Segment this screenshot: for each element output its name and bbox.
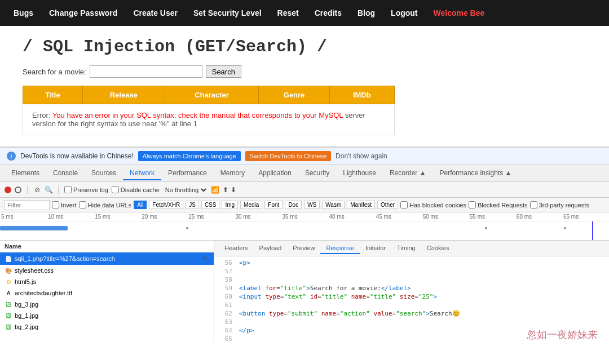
resp-tab-preview[interactable]: Preview xyxy=(287,243,320,254)
tl-label-3: 20 ms xyxy=(140,214,187,220)
file-item-sqli[interactable]: 📄 sqli_1.php?title=%27&action=search ✕ xyxy=(0,252,214,265)
filter-all[interactable]: All xyxy=(134,201,147,209)
filter-ws[interactable]: WS xyxy=(304,201,320,209)
tab-network[interactable]: Network xyxy=(123,167,161,180)
file-icon-bg3: 🖼 xyxy=(5,300,12,308)
record-button[interactable] xyxy=(5,187,11,193)
filter-input[interactable] xyxy=(5,200,50,210)
switch-devtools-button[interactable]: Switch DevTools to Chinese xyxy=(245,151,331,161)
stop-button[interactable] xyxy=(15,187,21,193)
tab-performance[interactable]: Performance xyxy=(161,167,214,180)
file-name-js: html5.js xyxy=(15,278,209,285)
filter-other[interactable]: Other xyxy=(377,201,398,209)
code-line-63: 63 xyxy=(219,318,604,326)
disable-cache-text: Disable cache xyxy=(121,187,160,193)
code-line-56: 56 <p> xyxy=(219,259,604,267)
filter-js[interactable]: JS xyxy=(186,201,199,209)
third-party-checkbox[interactable] xyxy=(530,201,537,208)
resp-tab-payload[interactable]: Payload xyxy=(254,243,288,254)
resp-tab-timing[interactable]: Timing xyxy=(391,243,421,254)
hide-data-urls-checkbox[interactable] xyxy=(79,201,86,208)
invert-checkbox[interactable] xyxy=(52,201,59,208)
nav-credits[interactable]: Credits xyxy=(307,8,350,17)
disable-cache-checkbox[interactable] xyxy=(112,186,119,193)
download-icon[interactable]: ⬇ xyxy=(231,186,236,194)
timeline: 5 ms 10 ms 15 ms 20 ms 25 ms 30 ms 35 ms… xyxy=(0,212,609,241)
filter-wasm[interactable]: Wasm xyxy=(322,201,345,209)
tab-application[interactable]: Application xyxy=(251,167,298,180)
filter-img[interactable]: Img xyxy=(222,201,238,209)
file-name-font: architectsdaughter.ttf xyxy=(15,290,209,296)
timeline-labels: 5 ms 10 ms 15 ms 20 ms 25 ms 30 ms 35 ms… xyxy=(0,212,609,221)
filter-manifest[interactable]: Manifest xyxy=(347,201,375,209)
wifi-icon[interactable]: 📶 xyxy=(211,186,219,194)
search-input[interactable] xyxy=(90,65,202,78)
col-imdb: IMDb xyxy=(329,86,394,104)
tab-sources[interactable]: Sources xyxy=(85,167,123,180)
file-item-bg1[interactable]: 🖼 bg_1.jpg xyxy=(0,310,214,321)
file-item-bg2[interactable]: 🖼 bg_2.jpg xyxy=(0,321,214,332)
col-title: Title xyxy=(23,86,83,104)
file-name-bg1: bg_1.jpg xyxy=(15,312,209,319)
file-item-js[interactable]: ⚙ html5.js xyxy=(0,276,214,287)
search-icon[interactable]: 🔍 xyxy=(45,186,52,194)
tab-console[interactable]: Console xyxy=(46,167,85,180)
timeline-dot-2 xyxy=(485,227,487,229)
blocked-req-checkbox[interactable] xyxy=(469,201,476,208)
timeline-dot-3 xyxy=(564,227,566,229)
tab-recorder[interactable]: Recorder ▲ xyxy=(383,167,433,180)
blocked-req-label: Blocked Requests xyxy=(469,201,528,208)
tab-lighthouse[interactable]: Lighthouse xyxy=(336,167,383,180)
code-line-61: 61 xyxy=(219,301,604,309)
file-item-css[interactable]: 🎨 stylesheet.css xyxy=(0,265,214,276)
timeline-dot-1 xyxy=(186,227,188,229)
preserve-log-checkbox[interactable] xyxy=(64,186,72,193)
file-list: Name 📄 sqli_1.php?title=%27&action=searc… xyxy=(0,241,214,342)
filter-icon[interactable]: ⊘ xyxy=(33,186,41,194)
resp-tab-headers[interactable]: Headers xyxy=(219,243,254,254)
file-icon-css: 🎨 xyxy=(5,267,12,274)
file-item-bg3[interactable]: 🖼 bg_3.jpg xyxy=(0,299,214,310)
upload-icon[interactable]: ⬆ xyxy=(223,186,228,194)
resp-tab-cookies[interactable]: Cookies xyxy=(421,243,455,254)
match-language-button[interactable]: Always match Chrome's language xyxy=(138,151,241,161)
file-name-bg3: bg_3.jpg xyxy=(15,301,209,308)
has-blocked-label: Has blocked cookies xyxy=(400,201,466,208)
resp-tab-response[interactable]: Response xyxy=(320,243,360,254)
blocked-req-text: Blocked Requests xyxy=(478,202,528,208)
file-name-css: stylesheet.css xyxy=(15,267,209,274)
dont-show-label[interactable]: Don't show again xyxy=(336,152,387,160)
throttle-select[interactable]: No throttling xyxy=(163,186,208,194)
tl-label-9: 50 ms xyxy=(422,214,469,220)
file-item-font[interactable]: A architectsdaughter.ttf xyxy=(0,287,214,299)
nav-bugs[interactable]: Bugs xyxy=(6,8,41,17)
nav-logout[interactable]: Logout xyxy=(383,8,425,17)
file-icon-bg1: 🖼 xyxy=(5,312,12,319)
filter-doc[interactable]: Doc xyxy=(285,201,302,209)
has-blocked-checkbox[interactable] xyxy=(400,201,408,208)
hide-data-urls-text: Hide data URLs xyxy=(88,202,132,208)
file-name-bg2: bg_2.jpg xyxy=(15,323,209,330)
nav-reset[interactable]: Reset xyxy=(270,8,307,17)
resp-tab-initiator[interactable]: Initiator xyxy=(360,243,391,254)
filter-css[interactable]: CSS xyxy=(201,201,220,209)
tab-perf-insights[interactable]: Performance insights ▲ xyxy=(433,167,519,180)
filter-font[interactable]: Font xyxy=(264,201,283,209)
separator-2 xyxy=(58,185,59,194)
nav-change-password[interactable]: Change Password xyxy=(41,8,125,17)
filter-media[interactable]: Media xyxy=(240,201,262,209)
nav-set-security[interactable]: Set Security Level xyxy=(186,8,270,17)
filter-fetch-xhr[interactable]: Fetch/XHR xyxy=(149,201,183,209)
close-file-sqli[interactable]: ✕ xyxy=(200,254,209,263)
tab-elements[interactable]: Elements xyxy=(5,167,46,180)
line-num-56: 56 xyxy=(219,259,232,267)
code-line-60: 60 <input type="text" id="title" name="t… xyxy=(219,292,604,301)
nav-create-user[interactable]: Create User xyxy=(125,8,186,17)
search-button[interactable]: Search xyxy=(206,65,241,78)
tab-security[interactable]: Security xyxy=(298,167,336,180)
nav-blog[interactable]: Blog xyxy=(350,8,383,17)
bottom-panel: Name 📄 sqli_1.php?title=%27&action=searc… xyxy=(0,241,609,342)
tab-memory[interactable]: Memory xyxy=(214,167,251,180)
tl-label-6: 35 ms xyxy=(281,214,328,220)
devtools-panel: i DevTools is now available in Chinese! … xyxy=(0,147,609,342)
